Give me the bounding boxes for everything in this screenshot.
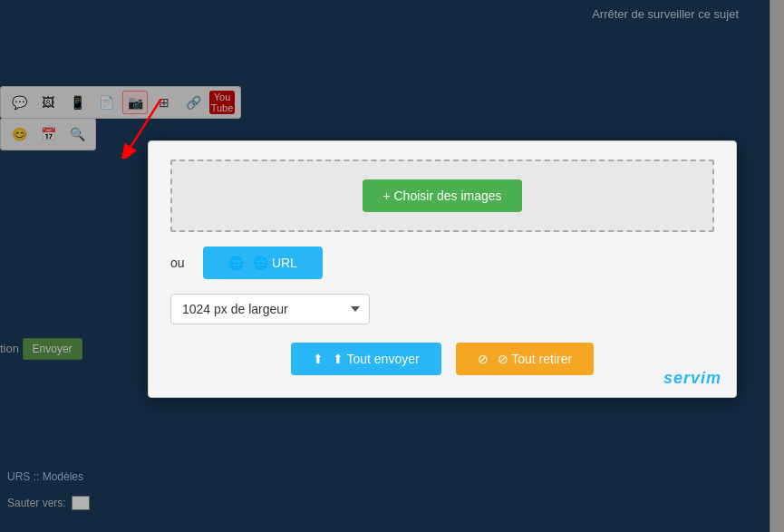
url-button-label: 🌐 URL <box>253 256 297 270</box>
globe-icon: 🌐 <box>228 256 244 270</box>
url-row: ou 🌐 🌐 URL <box>170 247 714 279</box>
upload-drop-zone[interactable]: + Choisir des images <box>170 160 714 232</box>
tout-envoyer-label: ⬆ Tout envoyer <box>333 352 420 366</box>
tout-retirer-label: ⊘ Tout retirer <box>498 352 573 366</box>
width-select[interactable]: 1024 px de largeur 800 px de largeur 640… <box>170 294 370 324</box>
width-selector-row: 1024 px de largeur 800 px de largeur 640… <box>170 294 714 324</box>
action-row: ⬆ ⬆ Tout envoyer ⊘ ⊘ Tout retirer <box>170 343 714 375</box>
remove-icon: ⊘ <box>478 352 489 366</box>
upload-icon: ⬆ <box>313 352 324 366</box>
servim-watermark: servim <box>663 369 721 388</box>
tout-envoyer-button[interactable]: ⬆ ⬆ Tout envoyer <box>291 343 441 375</box>
tout-retirer-button[interactable]: ⊘ ⊘ Tout retirer <box>456 343 595 375</box>
ou-label: ou <box>170 256 189 270</box>
image-upload-modal: + Choisir des images ou 🌐 🌐 URL 1024 px … <box>148 140 737 398</box>
choose-images-button[interactable]: + Choisir des images <box>363 179 521 212</box>
url-button[interactable]: 🌐 🌐 URL <box>203 247 323 279</box>
svg-line-1 <box>131 99 160 147</box>
